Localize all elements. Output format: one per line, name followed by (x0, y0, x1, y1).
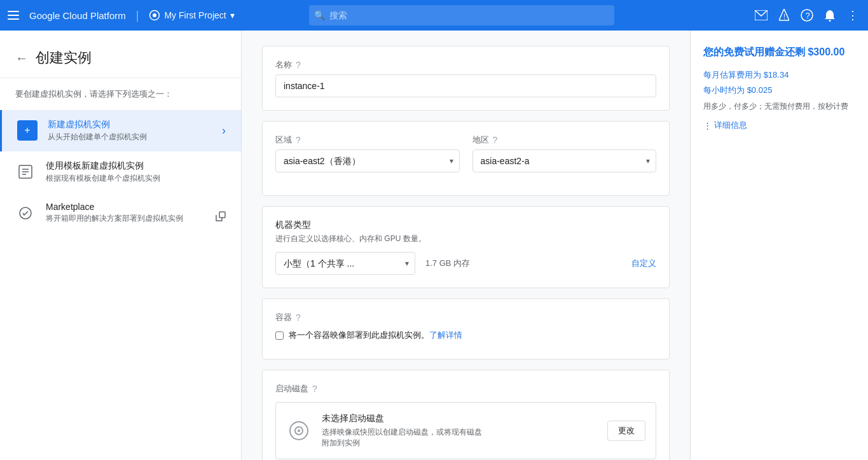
change-disk-button[interactable]: 更改 (607, 421, 645, 441)
more-icon[interactable]: ⋮ (845, 8, 860, 23)
form-area: 名称 ? 区域 ? asia-east2（香港） ▾ (242, 31, 690, 460)
zone-help-icon[interactable]: ? (493, 135, 498, 145)
container-checkbox[interactable] (275, 331, 284, 340)
customize-link[interactable]: 自定义 (631, 258, 656, 269)
name-section: 名称 ? (262, 46, 670, 111)
template-vm-content: 使用模板新建虚拟机实例 根据现有模板创建单个虚拟机实例 (46, 160, 226, 184)
machine-type-title: 机器类型 (275, 220, 656, 231)
free-trial-label: 您的免费试用赠金还剩 (703, 46, 805, 57)
boot-disk-section: 启动磁盘 ? 未选择启动磁盘 选择映像或快照以创建启动磁盘，或将现有磁盘附加到实… (262, 370, 670, 460)
svg-rect-2 (8, 18, 19, 20)
new-vm-icon: + (17, 120, 38, 141)
help-icon[interactable]: ? (799, 8, 815, 23)
svg-point-10 (829, 20, 830, 22)
name-input[interactable] (275, 74, 656, 97)
email-icon[interactable] (754, 8, 769, 23)
region-zone-row: 区域 ? asia-east2（香港） ▾ 地区 ? (275, 134, 656, 172)
sidebar-item-template-vm[interactable]: 使用模板新建虚拟机实例 根据现有模板创建单个虚拟机实例 (0, 151, 241, 193)
cost-title: 您的免费试用赠金还剩 $300.00 (703, 46, 855, 59)
boot-disk-card: 未选择启动磁盘 选择映像或快照以创建启动磁盘，或将现有磁盘附加到实例 更改 (275, 402, 656, 459)
hourly-cost-line: 每小时约为 $0.025 (703, 85, 855, 96)
disk-subtitle: 选择映像或快照以创建启动磁盘，或将现有磁盘附加到实例 (322, 427, 482, 449)
zone-group: 地区 ? asia-east2-a ▾ (472, 134, 657, 172)
machine-type-select-wrapper: 小型（1 个共享 ... ▾ (275, 252, 415, 275)
menu-hamburger-icon[interactable] (8, 11, 19, 20)
region-label: 区域 (275, 134, 292, 146)
sidebar-item-marketplace[interactable]: Marketplace 将开箱即用的解决方案部署到虚拟机实例 (0, 193, 241, 233)
svg-text:!: ! (783, 13, 785, 20)
container-learn-more-link[interactable]: 了解详情 (429, 330, 462, 340)
hourly-label: 每小时约为 (703, 85, 745, 95)
machine-type-select[interactable]: 小型（1 个共享 ... (275, 252, 415, 275)
region-zone-section: 区域 ? asia-east2（香港） ▾ 地区 ? (262, 121, 670, 196)
cost-panel: 您的免费试用赠金还剩 $300.00 每月估算费用为 $18.34 每小时约为 … (690, 31, 868, 460)
cost-details-link[interactable]: ⋮ 详细信息 (703, 120, 855, 131)
template-vm-title: 使用模板新建虚拟机实例 (46, 160, 226, 172)
nav-actions: ! ? ⋮ (754, 8, 860, 23)
template-vm-icon (15, 162, 36, 182)
boot-disk-label: 启动磁盘 (275, 383, 308, 394)
chevron-right-icon: › (222, 124, 226, 137)
hourly-amount: $0.025 (747, 85, 773, 95)
new-vm-title: 新建虚拟机实例 (48, 119, 212, 130)
notification-icon[interactable] (822, 8, 837, 23)
external-link-icon (216, 211, 226, 224)
marketplace-title: Marketplace (46, 202, 226, 212)
search-input[interactable] (309, 5, 614, 25)
monthly-cost-line: 每月估算费用为 $18.34 (703, 69, 855, 81)
expand-icon: ⋮ (703, 121, 712, 130)
sidebar-item-new-vm[interactable]: + 新建虚拟机实例 从头开始创建单个虚拟机实例 › (0, 110, 241, 151)
page-title: 创建实例 (36, 48, 92, 67)
svg-point-19 (298, 429, 300, 432)
marketplace-content: Marketplace 将开箱即用的解决方案部署到虚拟机实例 (46, 202, 226, 224)
disk-title: 未选择启动磁盘 (322, 413, 482, 424)
page-header: ← 创建实例 (0, 41, 241, 78)
free-amount: $300.00 (808, 46, 844, 57)
container-help-icon[interactable]: ? (296, 312, 301, 323)
top-navigation: Google Cloud Platform | My First Project… (0, 0, 868, 31)
region-select-wrapper: asia-east2（香港） ▾ (275, 150, 460, 172)
zone-select[interactable]: asia-east2-a (472, 150, 657, 172)
project-selector[interactable]: My First Project ▾ (149, 10, 234, 21)
svg-point-4 (153, 13, 156, 17)
monthly-label: 每月估算费用为 (703, 70, 761, 80)
machine-type-section: 机器类型 进行自定义以选择核心、内存和 GPU 数量。 小型（1 个共享 ...… (262, 206, 670, 288)
svg-rect-0 (8, 11, 19, 12)
region-help-icon[interactable]: ? (296, 135, 301, 145)
new-vm-subtitle: 从头开始创建单个虚拟机实例 (48, 132, 212, 143)
details-link-label: 详细信息 (714, 120, 747, 131)
svg-text:?: ? (805, 11, 809, 20)
zone-select-wrapper: asia-east2-a ▾ (472, 150, 657, 172)
machine-type-sub: 进行自定义以选择核心、内存和 GPU 数量。 (275, 233, 656, 244)
boot-disk-help-icon[interactable]: ? (312, 384, 317, 394)
name-help-icon[interactable]: ? (296, 60, 301, 70)
machine-type-row: 小型（1 个共享 ... ▾ 1.7 GB 内存 自定义 (275, 252, 656, 275)
cost-note: 用多少，付多少；无需预付费用，按秒计费 (703, 101, 855, 112)
name-label: 名称 (275, 59, 292, 71)
project-icon (149, 10, 160, 21)
region-group: 区域 ? asia-east2（香港） ▾ (275, 134, 460, 172)
container-checkbox-row: 将一个容器映像部署到此虚拟机实例。了解详情 (275, 330, 656, 341)
container-section: 容器 ? 将一个容器映像部署到此虚拟机实例。了解详情 (262, 298, 670, 359)
svg-rect-1 (8, 15, 19, 16)
marketplace-subtitle: 将开箱即用的解决方案部署到虚拟机实例 (46, 213, 226, 224)
main-layout: ← 创建实例 要创建虚拟机实例，请选择下列选项之一： + 新建虚拟机实例 从头开… (0, 31, 868, 460)
alert-icon[interactable]: ! (776, 8, 792, 23)
template-vm-subtitle: 根据现有模板创建单个虚拟机实例 (46, 173, 226, 184)
machine-memory: 1.7 GB 内存 (425, 258, 621, 269)
disk-info: 未选择启动磁盘 选择映像或快照以创建启动磁盘，或将现有磁盘附加到实例 (322, 413, 482, 449)
search-bar: 🔍 (309, 5, 614, 25)
project-name: My First Project (164, 10, 226, 20)
disk-icon (286, 418, 312, 443)
project-dropdown-icon: ▾ (230, 10, 235, 20)
back-button[interactable]: ← (15, 51, 28, 66)
container-label: 容器 (275, 312, 292, 323)
container-checkbox-label: 将一个容器映像部署到此虚拟机实例。了解详情 (289, 330, 462, 341)
zone-label: 地区 (472, 134, 489, 146)
marketplace-icon (15, 203, 36, 223)
search-icon: 🔍 (314, 10, 325, 20)
region-select[interactable]: asia-east2（香港） (275, 150, 460, 172)
gcp-logo: Google Cloud Platform (29, 10, 126, 21)
sidebar: ← 创建实例 要创建虚拟机实例，请选择下列选项之一： + 新建虚拟机实例 从头开… (0, 31, 242, 460)
monthly-amount: $18.34 (764, 70, 789, 80)
